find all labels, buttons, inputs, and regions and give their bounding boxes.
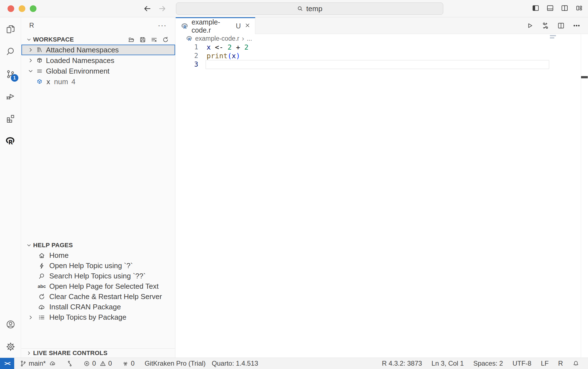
tab-label: example-code.r (192, 18, 233, 34)
chevron-right-icon (25, 350, 33, 356)
workspace-actions (128, 36, 175, 43)
problems-status-item[interactable]: 0 0 (80, 358, 115, 369)
sidebar-title-row: R ··· (21, 17, 175, 33)
help-item-home[interactable]: Home (21, 250, 175, 261)
compare-changes-button[interactable] (541, 21, 550, 30)
activity-search[interactable] (4, 45, 17, 58)
activity-explorer[interactable] (4, 23, 17, 36)
arrow-left-icon (143, 4, 152, 13)
line-number-active: 3 (176, 60, 198, 69)
command-center-search[interactable]: temp (176, 3, 443, 15)
breadcrumb-file[interactable]: example-code.r (195, 35, 239, 42)
help-item-search-topics[interactable]: Search Help Topics using `??` (21, 271, 175, 281)
code-line-2: 2 print(x) (176, 52, 581, 60)
run-file-button[interactable] (526, 21, 534, 30)
abc-icon: abc (37, 284, 46, 289)
help-item-install-cran[interactable]: Install CRAN Package (21, 302, 175, 312)
commit-graph-status-item[interactable] (63, 358, 76, 369)
tree-row-global-environment[interactable]: Global Environment (21, 66, 175, 76)
notifications-bell-button[interactable] (568, 358, 584, 369)
navigate-back-button[interactable] (142, 4, 152, 14)
refresh-icon[interactable] (162, 36, 169, 43)
save-icon[interactable] (139, 36, 146, 43)
r-version-status-item[interactable]: R 4.3.2: 3873 (377, 358, 427, 369)
tab-modified-indicator: U (236, 22, 241, 30)
activity-extensions[interactable] (4, 112, 17, 125)
remote-indicator[interactable]: >< (0, 358, 14, 369)
panel-bottom-icon (546, 4, 554, 12)
zoom-window-button[interactable] (30, 5, 36, 12)
cursor-position-status-item[interactable]: Ln 3, Col 1 (427, 358, 469, 369)
ports-status-item[interactable]: 0 (119, 358, 138, 369)
workspace-header-label: WORKSPACE (33, 36, 74, 43)
help-item-clear-cache[interactable]: Clear Cache & Restart Help Server (21, 292, 175, 302)
r-language-icon: R (6, 136, 16, 146)
open-folder-icon[interactable] (128, 36, 135, 43)
accounts-button[interactable] (4, 318, 17, 331)
ports-count: 0 (131, 360, 134, 367)
indentation-status-item[interactable]: Spaces: 2 (469, 358, 508, 369)
activity-run-debug[interactable] (4, 89, 17, 103)
code-area[interactable]: 1 x <- 2 + 2 2 print(x) 3 (176, 43, 581, 358)
chevron-right-icon: › (242, 34, 244, 43)
search-icon (37, 273, 46, 280)
sidebar-r-panel: R ··· WORKSPACE Attached Namespaces Load… (21, 17, 175, 358)
toggle-secondary-sidebar-button[interactable] (561, 4, 569, 13)
split-editor-button[interactable] (557, 21, 565, 30)
clear-all-icon[interactable] (151, 36, 158, 43)
tree-row-variable-x[interactable]: x num 4 (21, 76, 175, 87)
broadcast-icon (122, 360, 129, 367)
help-pages-section: HELP PAGES Home Open Help Topic using `?… (21, 240, 175, 322)
chevron-right-icon (26, 57, 35, 64)
workspace-header[interactable]: WORKSPACE (21, 35, 175, 45)
language-mode-status-item[interactable]: R (553, 358, 568, 369)
branch-status-item[interactable]: main* (14, 358, 59, 369)
chevron-down-icon (25, 242, 33, 248)
activity-source-control[interactable]: 1 (4, 68, 17, 81)
breadcrumb-more[interactable]: ... (247, 35, 252, 42)
search-icon (6, 47, 16, 57)
quarto-status-item[interactable]: Quarto: 1.4.513 (209, 358, 261, 369)
breadcrumb[interactable]: R example-code.r › ... (176, 34, 588, 43)
navigate-forward-button[interactable] (157, 4, 167, 14)
activity-r[interactable]: R (4, 134, 17, 148)
tab-example-code[interactable]: R example-code.r U (176, 17, 255, 34)
toggle-panel-button[interactable] (546, 4, 554, 13)
error-icon (83, 360, 90, 367)
tab-close-button[interactable] (244, 22, 251, 30)
eol-status-item[interactable]: LF (536, 358, 553, 369)
help-item-topics-by-package[interactable]: Help Topics by Package (21, 312, 175, 322)
minimap[interactable] (550, 35, 556, 40)
warning-icon (99, 360, 106, 367)
editor-actions (526, 17, 588, 34)
search-icon (297, 5, 303, 12)
tree-row-attached-namespaces[interactable]: Attached Namespaces (21, 45, 175, 55)
encoding-status-item[interactable]: UTF-8 (508, 358, 536, 369)
package-icon (35, 57, 44, 64)
settings-button[interactable] (4, 340, 17, 353)
customize-layout-button[interactable] (575, 4, 583, 13)
tree-row-label: Loaded Namespaces (46, 56, 114, 65)
close-window-button[interactable] (8, 5, 14, 12)
sidebar-more-actions-button[interactable]: ··· (158, 21, 167, 30)
cloud-download-icon (37, 304, 46, 311)
bell-icon (572, 360, 579, 367)
variable-value: 4 (72, 77, 75, 86)
gitkraken-status-item[interactable]: GitKraken Pro (Trial) (141, 358, 209, 369)
home-icon (37, 252, 46, 259)
help-item-open-selected[interactable]: abc Open Help Page for Selected Text (21, 281, 175, 292)
svg-text:R: R (8, 139, 13, 146)
live-share-section-header[interactable]: LIVE SHARE CONTROLS (21, 348, 175, 358)
tree-row-loaded-namespaces[interactable]: Loaded Namespaces (21, 55, 175, 66)
r-file-icon: R (181, 23, 188, 30)
help-pages-header[interactable]: HELP PAGES (21, 240, 175, 250)
cloud-upload-icon (49, 360, 56, 367)
warning-count: 0 (108, 360, 112, 367)
minimize-window-button[interactable] (19, 5, 25, 12)
toggle-primary-sidebar-button[interactable] (532, 4, 540, 13)
vertical-scrollbar[interactable] (581, 34, 588, 358)
refresh-icon (37, 293, 46, 300)
help-item-open-topic[interactable]: Open Help Topic using `?` (21, 261, 175, 271)
code-line-3: 3 (176, 60, 581, 69)
more-actions-button[interactable] (572, 21, 581, 30)
